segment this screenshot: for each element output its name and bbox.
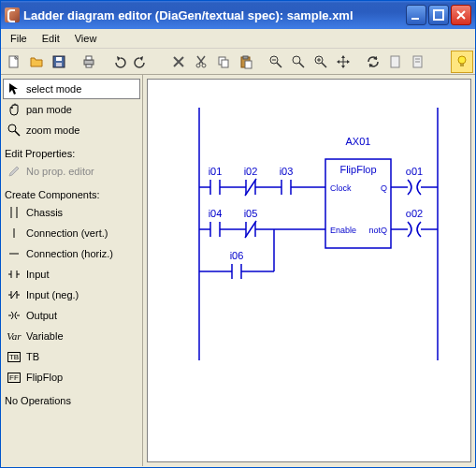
no-prop-label: No prop. editor xyxy=(26,166,94,177)
refresh-button[interactable] xyxy=(362,51,384,73)
comp-conn-horiz-label: Connection (horiz.) xyxy=(26,248,113,259)
block-name-label: AX01 xyxy=(346,136,371,147)
comp-variable-label: Variable xyxy=(26,330,64,342)
no-operations-label: No Operations xyxy=(3,388,140,408)
doc2-button[interactable] xyxy=(407,51,429,73)
diagram-canvas[interactable]: AX01 FlipFlop Clock Enable Q notQ i01 i0… xyxy=(147,79,471,462)
zoom-in-button[interactable] xyxy=(310,51,332,73)
o02-label: o02 xyxy=(406,208,423,219)
mode-select-label: select mode xyxy=(26,83,81,95)
copy-button[interactable] xyxy=(212,51,235,73)
port-notq-label: notQ xyxy=(368,226,387,235)
edit-props-header: Edit Properties: xyxy=(3,140,140,161)
chassis-icon xyxy=(7,206,21,219)
comp-flipflop[interactable]: FF FlipFlop xyxy=(3,367,140,388)
hand-icon xyxy=(7,103,21,116)
svg-line-34 xyxy=(15,131,20,136)
close-button[interactable] xyxy=(451,5,471,25)
comp-chassis[interactable]: Chassis xyxy=(3,202,140,223)
comp-output-label: Output xyxy=(26,310,57,321)
comp-input[interactable]: Input xyxy=(3,264,140,285)
svg-line-47 xyxy=(11,291,17,299)
cut-button[interactable] xyxy=(190,51,212,73)
svg-rect-6 xyxy=(84,60,94,65)
app-icon xyxy=(5,7,20,22)
coil-o01 xyxy=(402,179,426,196)
contact-i06 xyxy=(223,263,251,280)
ladder-diagram: AX01 FlipFlop Clock Enable Q notQ i01 i0… xyxy=(148,80,466,463)
conn-vert-icon xyxy=(7,227,21,240)
magnifier-icon xyxy=(7,124,21,137)
mode-select[interactable]: select mode xyxy=(3,79,140,99)
new-button[interactable] xyxy=(3,51,25,73)
print-button[interactable] xyxy=(78,51,100,73)
toolbar xyxy=(1,49,475,75)
zoom-reset-button[interactable] xyxy=(287,51,310,73)
comp-output[interactable]: Output xyxy=(3,305,140,326)
delete-button[interactable] xyxy=(167,51,190,73)
svg-rect-14 xyxy=(243,56,248,59)
tb-icon: TB xyxy=(7,352,21,362)
contact-i02 xyxy=(237,179,265,196)
port-clock-label: Clock xyxy=(330,183,352,193)
doc1-button[interactable] xyxy=(384,51,407,73)
no-prop-editor: No prop. editor xyxy=(3,161,140,182)
mode-pan[interactable]: pan mode xyxy=(3,99,140,120)
menu-file[interactable]: File xyxy=(3,31,35,46)
maximize-button[interactable] xyxy=(428,5,449,25)
port-q-label: Q xyxy=(381,183,387,193)
comp-input-neg[interactable]: Input (neg.) xyxy=(3,285,140,305)
svg-rect-27 xyxy=(391,56,399,67)
coil-o02 xyxy=(402,221,426,238)
mode-zoom[interactable]: zoom mode xyxy=(3,120,140,140)
svg-rect-5 xyxy=(56,63,62,66)
svg-point-10 xyxy=(202,64,206,67)
cursor-icon xyxy=(7,82,21,95)
hint-button[interactable] xyxy=(451,51,473,73)
svg-rect-32 xyxy=(460,64,464,66)
svg-point-19 xyxy=(293,56,300,64)
titlebar: Ladder diagram editor (DiaGen/textual sp… xyxy=(1,1,475,29)
contact-i05 xyxy=(237,221,265,238)
comp-input-neg-label: Input (neg.) xyxy=(26,289,79,300)
svg-rect-15 xyxy=(245,61,252,68)
comp-conn-horiz[interactable]: Connection (horiz.) xyxy=(3,243,140,264)
pencil-icon xyxy=(7,165,21,178)
svg-rect-7 xyxy=(86,56,92,60)
i05-label: i05 xyxy=(244,208,258,219)
svg-rect-12 xyxy=(222,60,228,67)
svg-point-33 xyxy=(8,124,16,132)
input-icon xyxy=(7,268,21,281)
create-components-header: Create Components: xyxy=(3,182,140,202)
sidebar: select mode pan mode zoom mode Edit Prop… xyxy=(1,75,143,466)
undo-button[interactable] xyxy=(108,51,130,73)
contact-i03 xyxy=(272,179,300,196)
move-button[interactable] xyxy=(332,51,354,73)
block-type-label: FlipFlop xyxy=(339,164,376,175)
zoom-out-button[interactable] xyxy=(265,51,287,73)
redo-button[interactable] xyxy=(130,51,152,73)
i01-label: i01 xyxy=(209,166,223,177)
paste-button[interactable] xyxy=(235,51,257,73)
input-neg-icon xyxy=(7,288,21,301)
comp-conn-vert[interactable]: Connection (vert.) xyxy=(3,223,140,243)
svg-rect-4 xyxy=(56,57,62,61)
variable-icon: Var xyxy=(7,330,21,342)
menu-view[interactable]: View xyxy=(67,31,105,46)
svg-point-31 xyxy=(458,56,466,64)
comp-chassis-label: Chassis xyxy=(26,207,63,218)
comp-tb[interactable]: TB TB xyxy=(3,346,140,367)
port-enable-label: Enable xyxy=(330,226,356,235)
menu-edit[interactable]: Edit xyxy=(35,31,67,46)
open-button[interactable] xyxy=(25,51,48,73)
output-icon xyxy=(7,309,21,322)
svg-line-24 xyxy=(322,63,326,67)
i06-label: i06 xyxy=(230,250,244,261)
minimize-button[interactable] xyxy=(406,5,426,25)
comp-flipflop-label: FlipFlop xyxy=(26,372,63,383)
svg-line-20 xyxy=(299,63,304,67)
conn-horiz-icon xyxy=(7,247,21,260)
save-button[interactable] xyxy=(48,51,70,73)
mode-zoom-label: zoom mode xyxy=(26,124,79,136)
comp-variable[interactable]: Var Variable xyxy=(3,326,140,346)
